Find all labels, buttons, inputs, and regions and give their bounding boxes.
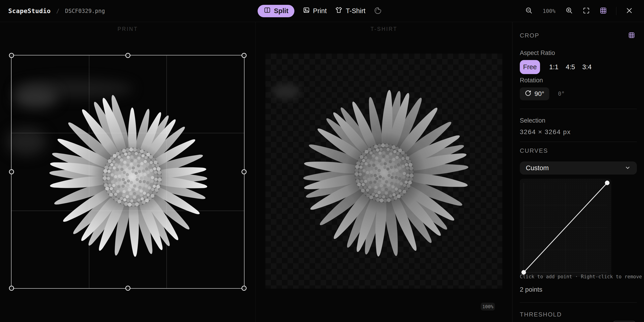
- print-panel-label: PRINT: [0, 26, 256, 32]
- rotation-label: Rotation: [520, 77, 543, 84]
- crop-handle-bottom-left[interactable]: [9, 286, 14, 291]
- rotation-controls: 90° 0°: [520, 88, 565, 100]
- ratio-1-1-button[interactable]: 1:1: [546, 63, 562, 71]
- rotation-value: 0°: [558, 90, 565, 97]
- crop-grid-line: [12, 211, 244, 211]
- tshirt-icon: [335, 6, 343, 16]
- crop-section-title: CROP: [520, 32, 539, 39]
- tshirt-photo-daisy: [280, 70, 488, 276]
- crop-handle-top-right[interactable]: [242, 53, 246, 58]
- view-tshirt-button[interactable]: T-Shirt: [335, 5, 365, 17]
- crop-section-header: CROP: [520, 32, 635, 39]
- close-button[interactable]: [625, 7, 634, 15]
- zoom-in-button[interactable]: [565, 7, 574, 15]
- crop-handle-top-center[interactable]: [125, 53, 130, 58]
- crop-handle-top-left[interactable]: [9, 53, 14, 58]
- curves-preset-select[interactable]: Custom: [520, 162, 637, 174]
- aspect-ratio-label: Aspect Ratio: [520, 50, 555, 56]
- settings-sidebar: CROP Aspect Ratio Free 1:1 4:5 3:4 Rotat…: [512, 22, 644, 322]
- crop-grid-toggle-button[interactable]: [628, 32, 635, 39]
- rotate-cw-icon: [525, 90, 531, 98]
- curves-preset-value: Custom: [526, 164, 549, 172]
- tshirt-zoom-badge: 100%: [481, 303, 495, 310]
- view-split-button[interactable]: Split: [258, 5, 294, 17]
- section-divider: [520, 109, 637, 109]
- curves-section-header: CURVES: [520, 147, 635, 154]
- breadcrumb-separator: /: [56, 8, 59, 14]
- crop-handle-bottom-right[interactable]: [242, 286, 246, 291]
- curves-graph: [520, 179, 611, 277]
- fullscreen-icon: [582, 7, 590, 15]
- section-divider: [520, 302, 637, 303]
- section-divider: [520, 142, 637, 142]
- app-root: ScapeStudio / DSCF0329.png Split Print: [0, 0, 644, 322]
- selection-label: Selection: [520, 117, 545, 124]
- crop-handle-bottom-center[interactable]: [125, 286, 130, 291]
- grid-icon: [628, 32, 635, 39]
- crop-grid-line: [12, 133, 244, 133]
- view-tshirt-label: T-Shirt: [346, 7, 365, 15]
- palette-button[interactable]: [374, 7, 382, 15]
- crop-selection-box[interactable]: [11, 55, 244, 289]
- grid-toggle-button[interactable]: [599, 7, 608, 15]
- curves-points-count: 2 points: [520, 286, 542, 293]
- ratio-4-5-button[interactable]: 4:5: [562, 63, 579, 71]
- canvas-zoom-controls: 100%: [525, 0, 634, 22]
- image-icon: [303, 6, 310, 16]
- threshold-section-title: THRESHOLD: [520, 311, 562, 318]
- zoom-out-icon: [525, 7, 533, 15]
- view-print-button[interactable]: Print: [303, 5, 327, 17]
- view-switcher: Split Print T-Shirt: [258, 0, 382, 22]
- view-print-label: Print: [313, 7, 327, 15]
- curves-editor[interactable]: [520, 179, 611, 277]
- topbar-separator: [616, 7, 616, 15]
- zoom-level: 100%: [543, 8, 556, 14]
- rotate-90-label: 90°: [534, 90, 544, 98]
- split-view-icon: [264, 6, 271, 16]
- breadcrumb: ScapeStudio / DSCF0329.png: [8, 0, 105, 22]
- threshold-control-cutoff[interactable]: [613, 321, 636, 322]
- crop-handle-mid-right[interactable]: [242, 169, 246, 174]
- aspect-ratio-options: Free 1:1 4:5 3:4: [520, 60, 595, 74]
- ratio-3-4-button[interactable]: 3:4: [579, 63, 595, 71]
- rotate-90-button[interactable]: 90°: [520, 88, 549, 100]
- palette-icon: [374, 7, 382, 15]
- view-split-label: Split: [274, 7, 288, 15]
- tshirt-panel-label: T-SHIRT: [256, 26, 512, 32]
- tshirt-preview-panel: T-SHIRT 100%: [256, 22, 512, 322]
- selection-dimensions: 3264 × 3264 px: [520, 128, 571, 136]
- close-icon: [626, 7, 633, 15]
- zoom-in-icon: [566, 7, 573, 15]
- ratio-free-button[interactable]: Free: [520, 60, 540, 74]
- app-logo: ScapeStudio: [8, 7, 50, 14]
- crop-handle-mid-left[interactable]: [9, 169, 14, 174]
- crop-grid-line: [166, 56, 167, 288]
- curves-section-title: CURVES: [520, 147, 548, 154]
- fullscreen-button[interactable]: [582, 7, 590, 15]
- open-filename: DSCF0329.png: [65, 8, 105, 14]
- topbar: ScapeStudio / DSCF0329.png Split Print: [0, 0, 644, 22]
- crop-grid-line: [89, 56, 89, 288]
- print-preview-panel: PRINT: [0, 22, 256, 322]
- threshold-section-header: THRESHOLD: [520, 311, 635, 318]
- chevron-down-icon: [624, 164, 631, 172]
- zoom-out-button[interactable]: [525, 7, 533, 15]
- grid-icon: [600, 7, 607, 15]
- transparency-checkerboard: [266, 54, 502, 289]
- curves-hint: Click to add point · Right-click to remo…: [520, 274, 642, 280]
